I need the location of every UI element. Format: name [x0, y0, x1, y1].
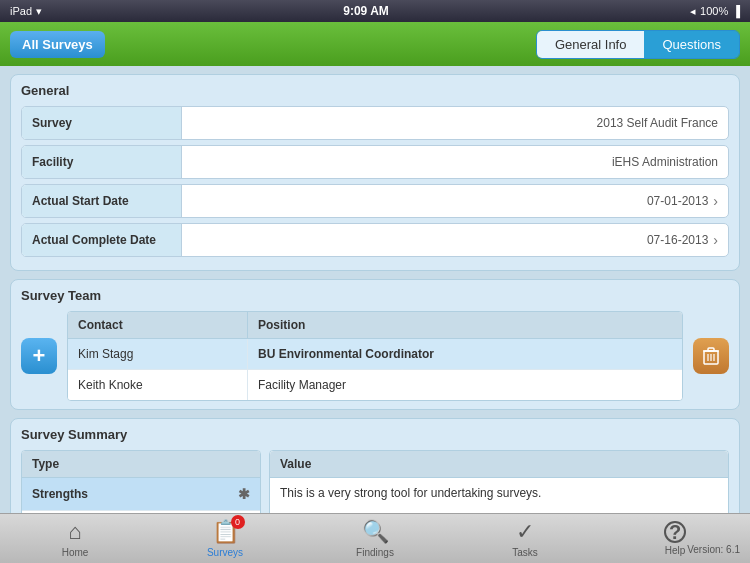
- help-icon: ?: [664, 521, 686, 543]
- all-surveys-button[interactable]: All Surveys: [10, 31, 105, 58]
- summary-container: Type Strengths ✱ Weaknesses Value This i…: [21, 450, 729, 513]
- summary-value-column: Value This is a very strong tool for und…: [269, 450, 729, 513]
- start-date-label: Actual Start Date: [22, 185, 182, 217]
- status-left: iPad ▾: [10, 5, 42, 18]
- home-icon: ⌂: [68, 519, 81, 545]
- findings-tab-label: Findings: [356, 547, 394, 558]
- team-row[interactable]: Kim Stagg BU Environmental Coordinator: [68, 339, 682, 370]
- tab-bar: ⌂ Home 📋 0 Surveys 🔍 Findings ✓ Tasks ? …: [0, 513, 750, 563]
- summary-value-text: This is a very strong tool for undertaki…: [280, 486, 541, 500]
- contact-cell: Kim Stagg: [68, 339, 248, 369]
- nav-tabs: General Info Questions: [536, 30, 740, 59]
- facility-label: Facility: [22, 146, 182, 178]
- summary-type-row[interactable]: Strengths ✱: [22, 478, 260, 511]
- facility-value: iEHS Administration: [182, 155, 728, 169]
- delete-team-member-button[interactable]: [693, 338, 729, 374]
- contact-cell: Keith Knoke: [68, 370, 248, 400]
- tab-findings[interactable]: 🔍 Findings: [300, 515, 450, 562]
- team-table-header: Contact Position: [68, 312, 682, 339]
- team-row[interactable]: Keith Knoke Facility Manager: [68, 370, 682, 400]
- strengths-label: Strengths: [32, 487, 88, 501]
- battery-icon: ▐: [732, 5, 740, 17]
- battery-label: 100%: [700, 5, 728, 17]
- survey-summary-section: Survey Summary Type Strengths ✱ Weakness…: [10, 418, 740, 513]
- contact-column-header: Contact: [68, 312, 248, 338]
- team-table: Contact Position Kim Stagg BU Environmen…: [67, 311, 683, 401]
- start-date-value: 07-01-2013 ›: [182, 193, 728, 209]
- nav-bar: All Surveys General Info Questions: [0, 22, 750, 66]
- facility-field[interactable]: Facility iEHS Administration: [21, 145, 729, 179]
- start-date-field[interactable]: Actual Start Date 07-01-2013 ›: [21, 184, 729, 218]
- position-cell: Facility Manager: [248, 370, 682, 400]
- start-date-arrow: ›: [713, 193, 718, 209]
- surveys-badge: 0: [231, 515, 245, 529]
- survey-summary-title: Survey Summary: [21, 427, 729, 442]
- position-column-header: Position: [248, 312, 682, 338]
- survey-field[interactable]: Survey 2013 Self Audit France: [21, 106, 729, 140]
- trash-icon: [702, 346, 720, 366]
- complete-date-label: Actual Complete Date: [22, 224, 182, 256]
- version-label: Version: 6.1: [687, 544, 740, 555]
- location-icon: ◂: [690, 5, 696, 18]
- tab-surveys[interactable]: 📋 0 Surveys: [150, 515, 300, 562]
- home-tab-label: Home: [62, 547, 89, 558]
- general-section: General Survey 2013 Self Audit France Fa…: [10, 74, 740, 271]
- star-icon: ✱: [238, 486, 250, 502]
- add-team-member-button[interactable]: +: [21, 338, 57, 374]
- team-container: + Contact Position Kim Stagg BU Environm…: [21, 311, 729, 401]
- wifi-icon: ▾: [36, 5, 42, 18]
- surveys-icon: 📋 0: [212, 519, 239, 545]
- survey-label: Survey: [22, 107, 182, 139]
- complete-date-field[interactable]: Actual Complete Date 07-16-2013 ›: [21, 223, 729, 257]
- position-cell: BU Environmental Coordinator: [248, 339, 682, 369]
- status-time: 9:09 AM: [343, 4, 389, 18]
- tab-home[interactable]: ⌂ Home: [0, 515, 150, 562]
- value-column-header: Value: [270, 451, 728, 478]
- type-column-header: Type: [22, 451, 260, 478]
- tab-tasks[interactable]: ✓ Tasks: [450, 515, 600, 562]
- help-tab-label: Help: [665, 545, 686, 556]
- survey-value: 2013 Self Audit France: [182, 116, 728, 130]
- general-section-title: General: [21, 83, 729, 98]
- findings-icon: 🔍: [362, 519, 389, 545]
- tasks-tab-label: Tasks: [512, 547, 538, 558]
- status-bar: iPad ▾ 9:09 AM ◂ 100% ▐: [0, 0, 750, 22]
- carrier-label: iPad: [10, 5, 32, 17]
- summary-type-column: Type Strengths ✱ Weaknesses: [21, 450, 261, 513]
- complete-date-arrow: ›: [713, 232, 718, 248]
- tasks-icon: ✓: [516, 519, 534, 545]
- tab-general-info[interactable]: General Info: [537, 31, 645, 58]
- survey-team-title: Survey Team: [21, 288, 729, 303]
- status-right: ◂ 100% ▐: [690, 5, 740, 18]
- surveys-tab-label: Surveys: [207, 547, 243, 558]
- tab-questions[interactable]: Questions: [644, 31, 739, 58]
- complete-date-value: 07-16-2013 ›: [182, 232, 728, 248]
- survey-team-section: Survey Team + Contact Position Kim Stagg…: [10, 279, 740, 410]
- svg-rect-2: [708, 348, 714, 351]
- main-content: General Survey 2013 Self Audit France Fa…: [0, 66, 750, 513]
